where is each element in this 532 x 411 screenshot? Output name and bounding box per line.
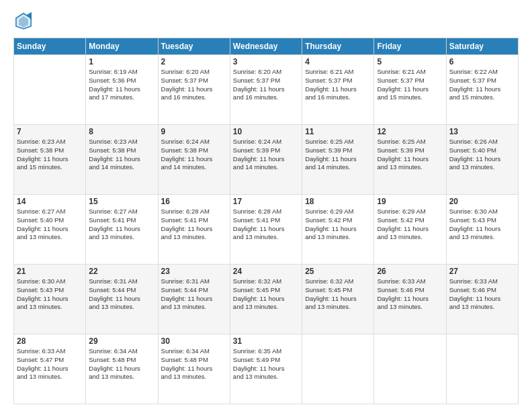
calendar-cell: 15Sunrise: 6:27 AMSunset: 5:41 PMDayligh… (86, 195, 158, 265)
day-number: 7 (17, 127, 83, 136)
day-number: 18 (305, 197, 371, 206)
calendar-cell: 12Sunrise: 6:25 AMSunset: 5:39 PMDayligh… (374, 125, 446, 195)
calendar-cell: 19Sunrise: 6:29 AMSunset: 5:42 PMDayligh… (374, 195, 446, 265)
calendar-cell: 23Sunrise: 6:31 AMSunset: 5:44 PMDayligh… (158, 265, 230, 334)
day-info: Sunrise: 6:32 AMSunset: 5:45 PMDaylight:… (233, 277, 299, 312)
day-number: 11 (305, 127, 371, 136)
calendar-cell: 17Sunrise: 6:28 AMSunset: 5:41 PMDayligh… (230, 195, 302, 265)
week-row-3: 14Sunrise: 6:27 AMSunset: 5:40 PMDayligh… (14, 195, 519, 265)
day-number: 4 (305, 57, 371, 66)
calendar-cell: 11Sunrise: 6:25 AMSunset: 5:39 PMDayligh… (302, 125, 374, 195)
day-info: Sunrise: 6:24 AMSunset: 5:39 PMDaylight:… (233, 138, 299, 172)
calendar-cell: 21Sunrise: 6:30 AMSunset: 5:43 PMDayligh… (14, 265, 86, 334)
calendar-cell: 16Sunrise: 6:28 AMSunset: 5:41 PMDayligh… (158, 195, 230, 265)
day-info: Sunrise: 6:29 AMSunset: 5:42 PMDaylight:… (377, 208, 443, 242)
day-info: Sunrise: 6:34 AMSunset: 5:48 PMDaylight:… (89, 347, 154, 381)
day-info: Sunrise: 6:30 AMSunset: 5:43 PMDaylight:… (17, 277, 83, 312)
calendar-cell: 13Sunrise: 6:26 AMSunset: 5:40 PMDayligh… (446, 125, 518, 195)
day-number: 2 (161, 57, 227, 66)
day-number: 9 (161, 127, 227, 136)
day-number: 10 (233, 127, 299, 136)
calendar-cell: 18Sunrise: 6:29 AMSunset: 5:42 PMDayligh… (302, 195, 374, 265)
day-number: 6 (449, 57, 515, 66)
day-number: 3 (233, 57, 299, 66)
logo-icon (13, 11, 34, 31)
day-info: Sunrise: 6:31 AMSunset: 5:44 PMDaylight:… (161, 277, 227, 312)
day-info: Sunrise: 6:30 AMSunset: 5:43 PMDaylight:… (449, 208, 515, 242)
day-info: Sunrise: 6:24 AMSunset: 5:38 PMDaylight:… (161, 138, 227, 172)
calendar-cell: 22Sunrise: 6:31 AMSunset: 5:44 PMDayligh… (86, 265, 158, 334)
calendar-cell: 2Sunrise: 6:20 AMSunset: 5:37 PMDaylight… (158, 55, 230, 125)
day-number: 31 (233, 336, 299, 346)
day-info: Sunrise: 6:20 AMSunset: 5:37 PMDaylight:… (161, 68, 227, 102)
calendar-cell: 5Sunrise: 6:21 AMSunset: 5:37 PMDaylight… (374, 55, 446, 125)
calendar-cell: 29Sunrise: 6:34 AMSunset: 5:48 PMDayligh… (86, 334, 158, 404)
calendar-cell: 4Sunrise: 6:21 AMSunset: 5:37 PMDaylight… (302, 55, 374, 125)
day-info: Sunrise: 6:25 AMSunset: 5:39 PMDaylight:… (305, 138, 371, 172)
day-info: Sunrise: 6:25 AMSunset: 5:39 PMDaylight:… (377, 138, 443, 172)
weekday-header-row: SundayMondayTuesdayWednesdayThursdayFrid… (14, 38, 519, 55)
day-info: Sunrise: 6:22 AMSunset: 5:37 PMDaylight:… (449, 68, 515, 102)
weekday-header-tuesday: Tuesday (158, 38, 230, 55)
calendar-cell (446, 334, 518, 404)
week-row-1: 1Sunrise: 6:19 AMSunset: 5:36 PMDaylight… (14, 55, 519, 125)
day-number: 17 (233, 197, 299, 206)
week-row-2: 7Sunrise: 6:23 AMSunset: 5:38 PMDaylight… (14, 125, 519, 195)
day-info: Sunrise: 6:20 AMSunset: 5:37 PMDaylight:… (233, 68, 299, 102)
calendar-cell: 30Sunrise: 6:34 AMSunset: 5:48 PMDayligh… (158, 334, 230, 404)
calendar-cell: 25Sunrise: 6:32 AMSunset: 5:45 PMDayligh… (302, 265, 374, 334)
calendar-cell: 1Sunrise: 6:19 AMSunset: 5:36 PMDaylight… (86, 55, 158, 125)
day-info: Sunrise: 6:35 AMSunset: 5:49 PMDaylight:… (233, 347, 299, 381)
day-number: 19 (377, 197, 443, 206)
calendar-cell (14, 55, 86, 125)
calendar-cell: 26Sunrise: 6:33 AMSunset: 5:46 PMDayligh… (374, 265, 446, 334)
calendar-cell: 7Sunrise: 6:23 AMSunset: 5:38 PMDaylight… (14, 125, 86, 195)
day-number: 14 (17, 197, 83, 206)
day-info: Sunrise: 6:29 AMSunset: 5:42 PMDaylight:… (305, 208, 371, 242)
calendar-cell: 14Sunrise: 6:27 AMSunset: 5:40 PMDayligh… (14, 195, 86, 265)
day-number: 26 (377, 267, 443, 276)
weekday-header-monday: Monday (86, 38, 158, 55)
calendar-table: SundayMondayTuesdayWednesdayThursdayFrid… (13, 38, 519, 404)
day-number: 24 (233, 267, 299, 276)
calendar-cell (302, 334, 374, 404)
day-info: Sunrise: 6:26 AMSunset: 5:40 PMDaylight:… (449, 138, 515, 172)
day-info: Sunrise: 6:19 AMSunset: 5:36 PMDaylight:… (89, 68, 154, 102)
week-row-5: 28Sunrise: 6:33 AMSunset: 5:47 PMDayligh… (14, 334, 519, 404)
calendar-cell: 8Sunrise: 6:23 AMSunset: 5:38 PMDaylight… (86, 125, 158, 195)
weekday-header-wednesday: Wednesday (230, 38, 302, 55)
day-number: 5 (377, 57, 443, 66)
day-info: Sunrise: 6:21 AMSunset: 5:37 PMDaylight:… (377, 68, 443, 102)
calendar-cell: 3Sunrise: 6:20 AMSunset: 5:37 PMDaylight… (230, 55, 302, 125)
weekday-header-saturday: Saturday (446, 38, 518, 55)
calendar-cell: 24Sunrise: 6:32 AMSunset: 5:45 PMDayligh… (230, 265, 302, 334)
calendar-cell: 20Sunrise: 6:30 AMSunset: 5:43 PMDayligh… (446, 195, 518, 265)
weekday-header-thursday: Thursday (302, 38, 374, 55)
calendar-cell: 10Sunrise: 6:24 AMSunset: 5:39 PMDayligh… (230, 125, 302, 195)
day-info: Sunrise: 6:33 AMSunset: 5:46 PMDaylight:… (449, 277, 515, 312)
calendar-cell: 27Sunrise: 6:33 AMSunset: 5:46 PMDayligh… (446, 265, 518, 334)
day-info: Sunrise: 6:34 AMSunset: 5:48 PMDaylight:… (161, 347, 227, 381)
day-number: 16 (161, 197, 227, 206)
day-number: 15 (89, 197, 154, 206)
weekday-header-friday: Friday (374, 38, 446, 55)
calendar-cell (374, 334, 446, 404)
day-info: Sunrise: 6:23 AMSunset: 5:38 PMDaylight:… (89, 138, 154, 172)
week-row-4: 21Sunrise: 6:30 AMSunset: 5:43 PMDayligh… (14, 265, 519, 334)
day-info: Sunrise: 6:27 AMSunset: 5:41 PMDaylight:… (89, 208, 154, 242)
day-info: Sunrise: 6:32 AMSunset: 5:45 PMDaylight:… (305, 277, 371, 312)
page-header (13, 11, 519, 31)
logo (13, 11, 36, 31)
day-number: 30 (161, 336, 227, 346)
day-number: 27 (449, 267, 515, 276)
day-number: 8 (89, 127, 154, 136)
calendar-cell: 31Sunrise: 6:35 AMSunset: 5:49 PMDayligh… (230, 334, 302, 404)
day-number: 12 (377, 127, 443, 136)
day-info: Sunrise: 6:33 AMSunset: 5:46 PMDaylight:… (377, 277, 443, 312)
calendar-cell: 28Sunrise: 6:33 AMSunset: 5:47 PMDayligh… (14, 334, 86, 404)
day-info: Sunrise: 6:28 AMSunset: 5:41 PMDaylight:… (161, 208, 227, 242)
day-info: Sunrise: 6:27 AMSunset: 5:40 PMDaylight:… (17, 208, 83, 242)
weekday-header-sunday: Sunday (14, 38, 86, 55)
day-number: 25 (305, 267, 371, 276)
day-number: 1 (89, 57, 154, 66)
